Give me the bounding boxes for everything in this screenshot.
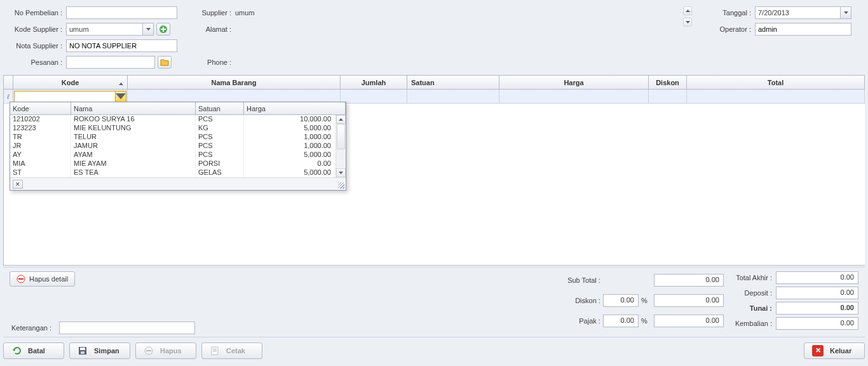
tanggal-value: 7/20/2013 <box>756 8 840 18</box>
batal-label: Batal <box>28 347 45 355</box>
label-nota-supplier: Nota Supplier : <box>0 42 66 50</box>
popup-close-button[interactable]: ✕ <box>13 180 23 189</box>
grid-header-diskon[interactable]: Diskon <box>649 76 687 89</box>
popup-row[interactable]: TRTELURPCS1,000.00 <box>10 133 346 142</box>
browse-pesanan-button[interactable] <box>158 56 172 69</box>
pajak-pct-input[interactable]: 0.00 <box>603 315 639 327</box>
popup-cell-nama: MIE AYAM <box>71 159 196 168</box>
kode-lookup-popup: Kode Nama Satuan Harga 1210202ROKOO SURY… <box>10 102 346 191</box>
diskon-pct-input[interactable]: 0.00 <box>603 294 639 307</box>
filter-harga[interactable] <box>499 90 649 103</box>
pajak-label: Pajak : <box>567 317 600 325</box>
scroll-up-button[interactable] <box>683 6 692 15</box>
chevron-down-icon[interactable] <box>840 7 851 18</box>
percent-sign: % <box>641 297 651 304</box>
pesanan-input <box>66 56 155 69</box>
supplier-name-value: umum <box>235 9 255 17</box>
chevron-down-icon[interactable] <box>142 24 153 35</box>
popup-col-nama[interactable]: Nama <box>71 102 196 114</box>
popup-row[interactable]: 1210202ROKOO SURYA 16PCS10,000.00 <box>10 115 346 124</box>
popup-cell-satuan: PCS <box>196 142 244 151</box>
label-phone: Phone : <box>198 58 235 66</box>
no-pembelian-input[interactable] <box>66 6 177 19</box>
scroll-down-button[interactable] <box>683 18 692 27</box>
deposit-label: Deposit : <box>735 289 772 297</box>
tunai-value[interactable]: 0.00 <box>776 302 858 315</box>
popup-cell-harga: 10,000.00 <box>244 115 334 124</box>
filter-jumlah[interactable] <box>341 90 407 103</box>
keluar-button[interactable]: ✕ Keluar <box>804 342 865 359</box>
popup-row[interactable]: STES TEAGELAS5,000.00 <box>10 168 346 177</box>
popup-cell-nama: ES TEA <box>71 168 196 177</box>
batal-button[interactable]: Batal <box>3 342 64 359</box>
popup-cell-satuan: KG <box>196 124 244 133</box>
keterangan-row: Keterangan : <box>11 322 195 334</box>
grid-header-kode[interactable]: Kode <box>13 76 128 89</box>
total-akhir-label: Total Akhir : <box>735 274 772 281</box>
close-icon: ✕ <box>812 345 824 356</box>
add-supplier-button[interactable] <box>156 23 170 36</box>
label-tanggal: Tanggal : <box>715 9 755 17</box>
grid-header-jumlah[interactable]: Jumlah <box>341 76 407 89</box>
filter-total[interactable] <box>687 90 865 103</box>
kode-filter-cell[interactable] <box>13 90 128 103</box>
scroll-down-icon[interactable] <box>336 168 346 177</box>
popup-col-kode[interactable]: Kode <box>10 102 71 114</box>
svg-rect-5 <box>81 351 85 354</box>
grid-header-harga[interactable]: Harga <box>499 76 649 89</box>
simpan-label: Simpan <box>94 347 119 355</box>
popup-cell-harga: 1,000.00 <box>244 142 334 151</box>
grid-header-satuan[interactable]: Satuan <box>407 76 499 89</box>
resize-grip-icon[interactable] <box>338 182 344 189</box>
popup-row[interactable]: AYAYAMPCS5,000.00 <box>10 151 346 159</box>
label-keterangan: Keterangan : <box>11 324 55 332</box>
popup-cell-harga: 5,000.00 <box>244 168 334 177</box>
popup-col-harga[interactable]: Harga <box>244 102 346 114</box>
popup-row[interactable]: 123223MIE KELUNTUNGKG5,000.00 <box>10 124 346 133</box>
popup-cell-harga: 5,000.00 <box>244 124 334 133</box>
nota-supplier-input[interactable] <box>66 39 177 52</box>
chevron-down-icon[interactable] <box>115 92 126 102</box>
popup-row[interactable]: JRJAMURPCS1,000.00 <box>10 142 346 151</box>
popup-footer: ✕ <box>10 177 346 190</box>
tanggal-picker[interactable]: 7/20/2013 <box>755 6 851 19</box>
grid-header-nama[interactable]: Nama Barang <box>128 76 341 89</box>
diskon-value: 0.00 <box>654 294 724 307</box>
subtotal-label: Sub Total : <box>567 276 600 284</box>
svg-rect-7 <box>146 350 151 351</box>
svg-rect-4 <box>80 348 85 350</box>
svg-rect-8 <box>212 347 218 355</box>
hapus-detail-button[interactable]: Hapus detail <box>10 271 75 287</box>
header-form: No Pembelian : Kode Supplier : umum Nota… <box>0 0 868 70</box>
filter-satuan[interactable] <box>407 90 499 103</box>
popup-row[interactable]: MIAMIE AYAMPORSI0.00 <box>10 159 346 168</box>
popup-col-satuan[interactable]: Satuan <box>196 102 244 114</box>
cetak-label: Cetak <box>226 347 245 355</box>
popup-cell-nama: TELUR <box>71 133 196 142</box>
diskon-label: Diskon : <box>567 297 600 304</box>
label-kode-supplier: Kode Supplier : <box>0 25 66 33</box>
totals-left-column: Sub Total : 0.00 Diskon : 0.00 % 0.00 Pa… <box>567 271 724 330</box>
simpan-button[interactable]: Simpan <box>69 342 130 359</box>
popup-cell-nama: MIE KELUNTUNG <box>71 124 196 133</box>
popup-cell-kode: AY <box>10 151 71 159</box>
popup-cell-satuan: GELAS <box>196 168 244 177</box>
grid-header-row: Kode Nama Barang Jumlah Satuan Harga Dis… <box>4 76 865 90</box>
keterangan-input[interactable] <box>59 322 195 334</box>
svg-rect-2 <box>18 278 24 280</box>
save-icon <box>78 346 88 356</box>
memo-scroll <box>683 6 693 29</box>
scrollbar-thumb[interactable] <box>337 124 345 149</box>
scroll-up-icon[interactable] <box>336 115 346 124</box>
filter-nama[interactable] <box>128 90 341 103</box>
operator-input[interactable] <box>755 23 851 36</box>
popup-cell-kode: JR <box>10 142 71 151</box>
popup-cell-nama: AYAM <box>71 151 196 159</box>
kode-supplier-combo[interactable]: umum <box>66 23 154 36</box>
popup-cell-kode: 123223 <box>10 124 71 133</box>
popup-scrollbar[interactable] <box>336 115 346 177</box>
grid-header-total[interactable]: Total <box>687 76 865 89</box>
popup-cell-harga: 5,000.00 <box>244 151 334 159</box>
filter-diskon[interactable] <box>649 90 687 103</box>
kode-lookup-combo[interactable] <box>14 91 126 102</box>
